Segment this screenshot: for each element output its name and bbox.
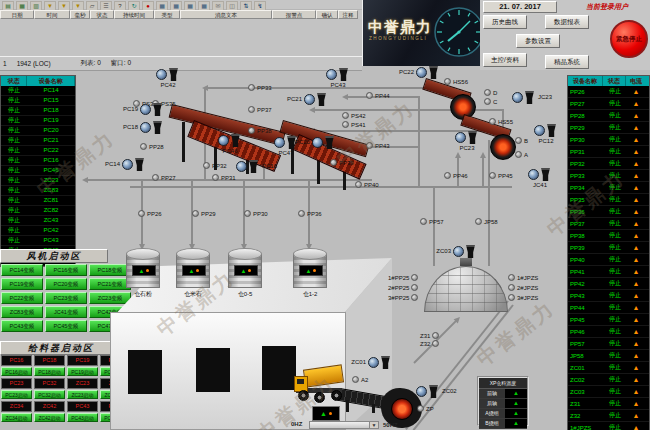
frequency-select[interactable] [309,421,379,429]
fan-icon [236,161,247,172]
fan-hopper-unit[interactable]: PC12 [534,124,558,137]
feeder-start-button[interactable]: ZC42启动 [34,413,65,422]
emergency-stop-button[interactable]: 紧急停止 [610,20,648,58]
feeder-start-button[interactable]: PC32启动 [34,390,65,399]
device-status: 停止 [604,375,626,384]
alarm-column-header: 状态 [90,10,114,19]
fan-hopper-unit[interactable]: PC46 [218,134,242,147]
fan-start-button[interactable]: PC21变频 [89,278,131,290]
device-name: PC14 [27,86,75,95]
feeder-start-button[interactable]: PC16启动 [1,367,32,376]
history-curve-button[interactable]: 历史曲线 [483,15,527,29]
hopper-icon [339,68,348,81]
temperature-row: A绕组 [479,409,527,419]
main-control-button[interactable]: 主控/资料 [483,53,527,67]
fan-start-button[interactable]: PC16变频 [45,264,87,276]
fan-start-button[interactable]: ZC23变频 [89,292,131,304]
fan-hopper-unit[interactable]: PC14 [122,158,146,171]
fan-hopper-unit[interactable]: PC20 [312,136,336,149]
feeder-name-button[interactable]: PC16 [1,355,32,366]
fan-start-button[interactable]: PC45变频 [45,320,87,332]
fan-hopper-unit[interactable]: PC21 [304,93,328,106]
fan-hopper-unit[interactable]: PC42 [156,68,180,81]
feeder-name-button[interactable]: PC43 [67,401,98,412]
point-indicator-icon [444,172,451,179]
device-name: PP27 [568,101,604,107]
feeder-name-button[interactable]: PC18 [34,355,65,366]
brand-panel: 中誉鼎力 ZHONGYUDINGLI [362,0,491,66]
measure-point: HS55 [489,118,513,125]
param-settings-button[interactable]: 参数设置 [516,34,560,48]
point-indicator-icon [355,181,362,188]
device-row: ZC01 停止 [568,362,649,374]
fan-start-button[interactable]: PC14变频 [1,264,43,276]
data-report-button[interactable]: 数据报表 [545,15,589,29]
feeder-name-button[interactable]: PC19 [67,355,98,366]
fan-hopper-unit[interactable]: PC18 [140,121,164,134]
measure-point: A [515,151,528,158]
storage-dome[interactable] [424,258,508,314]
feeder-name-button[interactable]: ZC34 [1,401,32,412]
feeder-name-button[interactable]: ZC42 [34,401,65,412]
fan-start-button[interactable]: PC18变频 [89,264,131,276]
device-status: 停止 [604,207,626,216]
feeder-start-button[interactable]: ZC34启动 [1,413,32,422]
device-status: 停止 [604,423,626,430]
alarm-list-area[interactable] [0,19,362,56]
device-name: PP26 [568,89,604,95]
silo-level-display: ▲ [132,265,156,276]
feeder-start-button[interactable]: PC19启动 [67,367,98,376]
feeder-group: ZC23 ZC23启动 [67,378,98,399]
point-label: PP57 [429,219,444,225]
fan-icon [416,386,427,397]
fan-hopper-unit[interactable]: ZC01 [368,356,392,369]
fan-hopper-unit[interactable]: PC43 [326,68,350,81]
storage-silo[interactable]: ▲ 仓1-2 [293,248,327,300]
feeder-group: PC18 PC18启动 [34,355,65,376]
fan-start-button[interactable]: ZC83变频 [1,306,43,318]
device-status: 停止 [1,236,27,245]
fan-start-button[interactable]: PC20变频 [45,278,87,290]
device-status: 停止 [604,159,626,168]
storage-silo[interactable]: ▲ 仓0-5 [228,248,262,300]
fan-start-button[interactable]: PC23变频 [45,292,87,304]
storage-silo[interactable]: ▲ 仓米石 [176,248,210,300]
device-row: PP39 停止 [568,242,649,254]
fan-hopper-unit[interactable]: ZC03 [453,245,477,258]
right-device-panel: 设备名称 状态 电流 PP26 停止 PP27 停止 PP28 停止 PP29 … [567,75,650,430]
hopper-icon [381,356,390,369]
feeder-start-button[interactable]: PC18启动 [34,367,65,376]
feeder-start-button[interactable]: PC43启动 [67,413,98,422]
feeder-name-button[interactable]: PC32 [34,378,65,389]
device-row: PP36 停止 [568,206,649,218]
alarm-toolbar: ▤▦▥▼▼▼▱☰?↻●▦▦▦▦✉◫⇅↯ [0,0,362,10]
product-system-button[interactable]: 精品系统 [545,55,589,69]
point-label: D [493,90,497,96]
dump-truck[interactable] [294,364,348,406]
equipment-label: PC46 [222,148,237,154]
storage-silo[interactable]: ▲ 仓石粉 [126,248,160,300]
fan-hopper-unit[interactable]: JC23 [512,91,536,104]
fan-start-button[interactable]: PC22变频 [1,292,43,304]
device-name: ZC03 [568,389,604,395]
feeder-name-button[interactable]: PC23 [1,378,32,389]
device-name: PC21 [27,136,75,145]
fan-start-button[interactable]: PC43变频 [1,320,43,332]
point-indicator-icon [366,142,373,149]
fan-hopper-unit[interactable]: JC41 [528,168,552,181]
device-row: Z32 停止 [568,410,649,422]
current-alarm-icon [626,316,646,323]
device-name: PP32 [568,161,604,167]
fan-start-button[interactable]: PC19变频 [1,278,43,290]
brand-name-latin: ZHONGYUDINGLI [369,36,427,41]
feeder-name-button[interactable]: ZC23 [67,378,98,389]
device-status: 停止 [604,87,626,96]
fan-hopper-unit[interactable]: PC22 [416,66,440,79]
feeder-start-button[interactable]: ZC23启动 [67,390,98,399]
feeder-start-button[interactable]: PC23启动 [1,390,32,399]
fan-hopper-unit[interactable]: PC16 [236,160,260,173]
fan-hopper-unit[interactable]: PC19 [140,103,164,116]
fan-start-button[interactable]: JC41变频 [45,306,87,318]
fan-hopper-unit[interactable]: ZC02 [416,385,440,398]
fan-hopper-unit[interactable]: PC23 [455,131,479,144]
